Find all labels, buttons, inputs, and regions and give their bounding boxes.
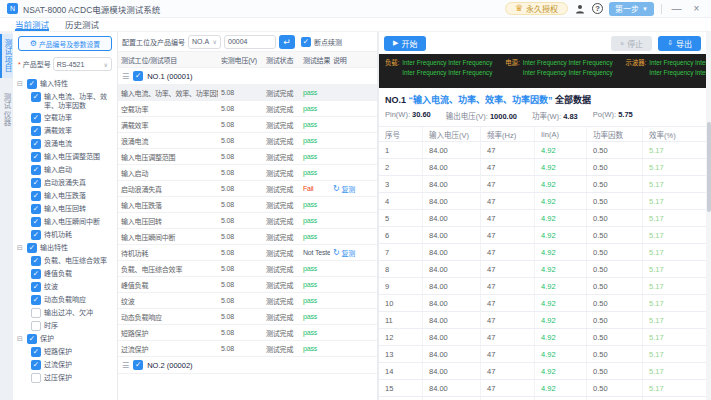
retest-button[interactable]: ↻复测 <box>333 248 374 258</box>
tree-item[interactable]: ✓输入电压调整范围 <box>17 150 115 163</box>
tab-current-test[interactable]: 当前测试 <box>15 18 49 31</box>
test-row[interactable]: 峰值负载5.08测试完成pass <box>118 277 377 293</box>
test-row[interactable]: 输入电压调整范围5.08测试完成pass <box>118 149 377 165</box>
tree-item[interactable]: 输出过冲、欠冲 <box>17 306 115 319</box>
console-status-line: Inter Frequency Inter Frequency <box>523 58 613 68</box>
station-group-checkbox[interactable]: ✓ <box>133 71 143 81</box>
tree-item-checkbox[interactable]: ✓ <box>31 139 41 149</box>
start-button[interactable]: ▶ 开始 <box>384 36 426 51</box>
help-icon[interactable]: ? <box>591 2 604 15</box>
console-status-lines: Inter Frequency Inter FrequencyInter Fre… <box>402 58 492 84</box>
input-voltage-cell: 84.00 <box>423 363 481 379</box>
test-row[interactable]: 输入电压回转5.08测试完成pass <box>118 213 377 229</box>
test-row[interactable]: 空载功率5.08测试完成pass <box>118 101 377 117</box>
tree-item[interactable]: ✓峰值负载 <box>17 267 115 280</box>
scrollbar-thumb[interactable] <box>707 122 711 212</box>
test-row[interactable]: 动态负载响应5.08测试完成pass <box>118 309 377 325</box>
station-group-row[interactable]: ☰✓NO.1 (00001) <box>118 68 377 85</box>
tree-item-checkbox[interactable]: ✓ <box>31 191 41 201</box>
resume-test-checkbox[interactable]: ✓ <box>301 37 311 47</box>
tree-item[interactable]: ✓启动浪涌失真 <box>17 176 115 189</box>
test-row[interactable]: 纹波5.08测试完成pass <box>118 293 377 309</box>
tree-item-checkbox[interactable]: ✓ <box>31 126 41 136</box>
tree-item-checkbox[interactable]: ✓ <box>31 256 41 266</box>
tree-item[interactable]: ✓输入电压瞬间中断 <box>17 215 115 228</box>
tree-item[interactable]: ✓输入电压回转 <box>17 202 115 215</box>
test-row[interactable]: 待机功耗5.08测试完成Not Tested↻复测 <box>118 245 377 261</box>
user-icon[interactable] <box>573 2 586 15</box>
input-voltage-cell: 84.00 <box>423 227 481 243</box>
license-badge[interactable]: ♛ 永久授权 <box>505 2 568 15</box>
rail-tab-test-instruments[interactable]: 测试仪器 <box>0 88 13 132</box>
test-row[interactable]: 输入电压瞬间中断5.08测试完成pass <box>118 229 377 245</box>
tree-item[interactable]: 过压保护 <box>17 371 115 384</box>
tree-item[interactable]: ⊟✓输入特性 <box>17 77 115 90</box>
tree-item-checkbox[interactable]: ✓ <box>31 217 41 227</box>
tree-item[interactable]: ⊟✓保护 <box>17 332 115 345</box>
tree-item[interactable]: ✓负载、电压综合效率 <box>17 254 115 267</box>
product-settings-button[interactable]: ⚙ 产品编号及参数设置 <box>18 36 112 51</box>
station-group-row[interactable]: ☰✓NO.2 (00002) <box>118 357 377 374</box>
station-select[interactable]: NO.A ∨ <box>188 35 221 49</box>
tree-item-checkbox[interactable]: ✓ <box>31 152 41 162</box>
rail-tab-test-items[interactable]: 测试项目 <box>0 34 13 78</box>
test-row[interactable]: 浪涌电流5.08测试完成pass <box>118 133 377 149</box>
tree-item[interactable]: ✓动态负载响应 <box>17 293 115 306</box>
test-row[interactable]: 启动浪涌失真5.08测试完成Fail↻复测 <box>118 181 377 197</box>
test-row[interactable]: 输入电压跌落5.08测试完成pass <box>118 197 377 213</box>
tree-item-checkbox[interactable] <box>31 321 41 331</box>
tree-item-checkbox[interactable]: ✓ <box>31 295 41 305</box>
product-model-select[interactable]: RS-4521 ∨ <box>53 57 112 71</box>
tree-item-checkbox[interactable]: ✓ <box>31 360 41 370</box>
tree-item-checkbox[interactable]: ✓ <box>31 178 41 188</box>
test-row[interactable]: 输入电流、功率、效率、功率因数5.08测试完成pass <box>118 85 377 101</box>
tree-item[interactable]: ✓输入电流、功率、效率、功率因数 <box>17 90 115 111</box>
test-row[interactable]: 输入启动5.08测试完成pass <box>118 165 377 181</box>
tree-item-checkbox[interactable]: ✓ <box>27 243 37 253</box>
tree-item[interactable]: ✓待机功耗 <box>17 228 115 241</box>
account-dropdown-button[interactable]: 第一步 ▼ <box>609 2 654 16</box>
tree-item-checkbox[interactable]: ✓ <box>27 334 37 344</box>
retest-button[interactable]: ↻复测 <box>333 184 374 194</box>
vertical-scrollbar[interactable] <box>706 32 711 400</box>
tree-item[interactable]: 时序 <box>17 319 115 332</box>
tree-item[interactable]: ✓浪涌电流 <box>17 137 115 150</box>
tree-item-checkbox[interactable]: ✓ <box>31 347 41 357</box>
tree-item[interactable]: ✓短路保护 <box>17 345 115 358</box>
test-row[interactable]: 满载效率5.08测试完成pass <box>118 117 377 133</box>
tree-item-checkbox[interactable]: ✓ <box>31 269 41 279</box>
test-result-cell: pass <box>300 152 330 161</box>
result-row: 884.00474.920.505.17 <box>379 261 706 278</box>
resume-test-checkbox-row: ✓ 断点续测 <box>301 37 342 47</box>
stop-button-label: 停止 <box>627 38 643 49</box>
test-row[interactable]: 负载、电压综合效率5.08测试完成pass <box>118 261 377 277</box>
tree-item-checkbox[interactable]: ✓ <box>31 204 41 214</box>
close-button[interactable]: × <box>689 2 704 16</box>
tree-item[interactable]: ✓输入电压跌落 <box>17 189 115 202</box>
confirm-enter-button[interactable]: ↵ <box>279 35 295 49</box>
tree-item[interactable]: ✓满载效率 <box>17 124 115 137</box>
station-group-checkbox[interactable]: ✓ <box>133 360 143 370</box>
test-item-cell: 纹波 <box>118 295 218 307</box>
tree-item[interactable]: ✓输入启动 <box>17 163 115 176</box>
tree-item[interactable]: ⊟✓输出特性 <box>17 241 115 254</box>
power-factor-cell: 0.50 <box>587 261 643 277</box>
tree-item-checkbox[interactable]: ✓ <box>31 92 41 102</box>
tree-item-checkbox[interactable]: ✓ <box>31 230 41 240</box>
tree-item[interactable]: ✓过流保护 <box>17 358 115 371</box>
stop-button[interactable]: × 停止 <box>611 36 652 51</box>
minimize-button[interactable]: — <box>669 2 684 16</box>
tree-item-checkbox[interactable]: ✓ <box>31 113 41 123</box>
product-number-input[interactable]: 00004 <box>224 35 276 49</box>
tab-history-test[interactable]: 历史测试 <box>65 18 99 31</box>
test-row[interactable]: 过流保护5.08测试完成pass <box>118 341 377 357</box>
export-button[interactable]: ⇩ 导出 <box>658 36 701 51</box>
test-row[interactable]: 短路保护5.08测试完成pass <box>118 325 377 341</box>
tree-item-checkbox[interactable] <box>31 308 41 318</box>
tree-item-checkbox[interactable]: ✓ <box>27 79 37 89</box>
tree-item[interactable]: ✓纹波 <box>17 280 115 293</box>
tree-item-checkbox[interactable] <box>31 373 41 383</box>
tree-item[interactable]: ✓空载功率 <box>17 111 115 124</box>
tree-item-checkbox[interactable]: ✓ <box>31 165 41 175</box>
tree-item-checkbox[interactable]: ✓ <box>31 282 41 292</box>
